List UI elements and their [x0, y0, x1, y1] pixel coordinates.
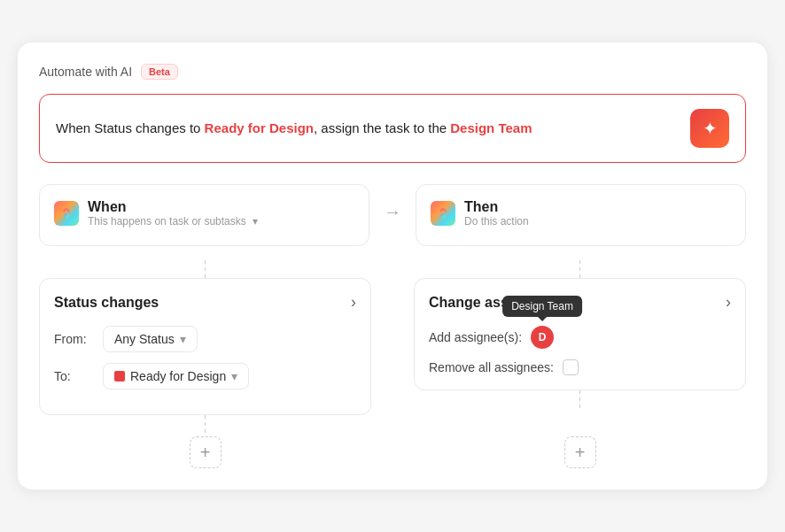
- assignee-row: Add assignee(s): D Design Team: [429, 326, 731, 349]
- automate-container: Automate with AI Beta When Status change…: [18, 42, 767, 490]
- flow-columns: Status changes › From: Any Status ▾ To: …: [39, 260, 746, 433]
- ai-generate-button[interactable]: ✦: [690, 109, 729, 148]
- header-title: Automate with AI: [39, 65, 132, 79]
- from-field-row: From: Any Status ▾: [54, 326, 356, 352]
- when-dropdown-chevron[interactable]: ▾: [253, 215, 258, 227]
- then-panel-content: Then Do this action: [464, 199, 529, 227]
- svg-point-1: [440, 213, 445, 218]
- flow-arrow: →: [369, 184, 416, 222]
- when-panel-header: When This happens on task or subtasks ▾: [54, 199, 354, 227]
- to-value-text: Ready for Design: [130, 369, 226, 383]
- prompt-box: When Status changes to Ready for Design,…: [39, 94, 746, 163]
- svg-point-0: [64, 213, 68, 218]
- prompt-highlight1: Ready for Design: [205, 120, 314, 135]
- to-chevron-icon: ▾: [231, 369, 237, 383]
- right-add-button[interactable]: +: [564, 436, 596, 468]
- arrow-bottom-spacer: [371, 436, 414, 468]
- left-dashes-top: [39, 260, 371, 278]
- from-chevron-icon: ▾: [180, 332, 186, 346]
- left-col: Status changes › From: Any Status ▾ To: …: [39, 260, 371, 433]
- bottom-row: + +: [39, 436, 746, 468]
- prompt-text-start: When Status changes to: [56, 120, 205, 135]
- to-value-dropdown[interactable]: Ready for Design ▾: [103, 363, 249, 389]
- condition-chevron[interactable]: ›: [351, 293, 356, 312]
- design-team-tooltip: Design Team: [502, 296, 582, 317]
- header-row: Automate with AI Beta: [39, 64, 746, 80]
- add-assignees-label: Add assignee(s):: [429, 330, 522, 344]
- right-add-icon: +: [575, 443, 586, 463]
- when-panel-content: When This happens on task or subtasks ▾: [88, 199, 258, 227]
- then-panel: Then Do this action: [416, 184, 746, 246]
- right-dashes-top: [414, 260, 746, 278]
- left-add-icon: +: [200, 443, 211, 463]
- condition-box: Status changes › From: Any Status ▾ To: …: [39, 278, 371, 415]
- prompt-text-middle: , assign the task to the: [314, 120, 450, 135]
- left-add-col: +: [39, 436, 371, 468]
- when-panel: When This happens on task or subtasks ▾: [39, 184, 369, 246]
- right-col: Change assignees › Add assignee(s): D De…: [414, 260, 746, 408]
- when-subtitle: This happens on task or subtasks ▾: [88, 215, 258, 227]
- action-box: Change assignees › Add assignee(s): D De…: [414, 278, 746, 390]
- ai-sparkle-icon: ✦: [703, 118, 718, 139]
- then-logo: [431, 201, 455, 226]
- prompt-text: When Status changes to Ready for Design,…: [56, 119, 532, 139]
- right-dashes-bottom: [414, 390, 746, 408]
- left-dashes-bottom: [39, 415, 371, 433]
- condition-label: Status changes: [54, 295, 159, 311]
- then-panel-header: Then Do this action: [431, 199, 731, 227]
- left-add-button[interactable]: +: [190, 436, 222, 468]
- status-dot-icon: [114, 371, 125, 382]
- from-label: From:: [54, 332, 94, 346]
- avatar-wrapper: D Design Team: [531, 326, 554, 349]
- action-chevron[interactable]: ›: [726, 293, 731, 312]
- remove-row: Remove all assignees:: [429, 359, 731, 375]
- design-team-avatar[interactable]: D: [531, 326, 554, 349]
- from-value-dropdown[interactable]: Any Status ▾: [103, 326, 198, 352]
- to-field-row: To: Ready for Design ▾: [54, 363, 356, 389]
- right-add-col: +: [414, 436, 746, 468]
- flow-section: When This happens on task or subtasks ▾ …: [39, 184, 746, 246]
- prompt-highlight2: Design Team: [450, 120, 532, 135]
- when-header-with-dropdown: When: [88, 199, 258, 215]
- remove-checkbox[interactable]: [563, 359, 579, 375]
- from-value-text: Any Status: [114, 332, 175, 346]
- then-subtitle: Do this action: [464, 215, 529, 227]
- then-title: Then: [464, 199, 529, 215]
- condition-select-row: Status changes ›: [54, 293, 356, 312]
- remove-label: Remove all assignees:: [429, 360, 554, 374]
- beta-badge: Beta: [141, 64, 178, 80]
- when-logo: [54, 201, 79, 226]
- to-label: To:: [54, 369, 94, 383]
- when-title: When: [88, 199, 127, 215]
